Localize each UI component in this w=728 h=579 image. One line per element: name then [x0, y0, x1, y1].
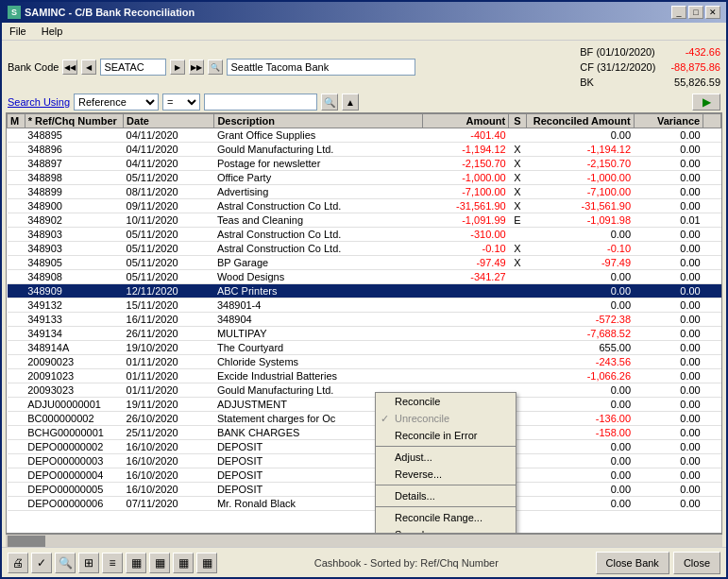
cell-m — [8, 128, 25, 143]
search-go-button[interactable]: 🔍 — [321, 94, 338, 111]
table-row[interactable]: 348899 08/11/2020 Advertising -7,100.00 … — [8, 185, 721, 199]
cell-var: 0.00 — [634, 398, 703, 412]
operator-select[interactable]: = — [162, 94, 200, 111]
cell-date: 08/11/2020 — [124, 185, 214, 199]
table-row[interactable]: 20093023 01/11/2020 Gould Manufacturing … — [8, 383, 721, 398]
rec-icon-btn[interactable]: ✓ — [31, 553, 52, 573]
close-button[interactable]: Close — [673, 552, 720, 574]
search-icon-btn[interactable]: 🔍 — [55, 553, 76, 573]
cell-m — [8, 426, 25, 440]
table-row[interactable]: 348909 12/11/2020 ABC Printers 0.00 0.00 — [8, 284, 721, 298]
table-row[interactable]: 349133 16/11/2020 348904 -572.38 0.00 — [8, 313, 721, 327]
cell-var: 0.00 — [634, 157, 703, 171]
context-menu-item-details---[interactable]: Details... — [376, 487, 516, 504]
grid3-icon-btn[interactable]: ▦ — [173, 553, 194, 573]
table-row[interactable]: 348900 09/11/2020 Astral Construction Co… — [8, 199, 721, 213]
play-button[interactable]: ▶ — [692, 94, 720, 111]
nav-last-button[interactable]: ▶▶ — [189, 60, 204, 75]
grid2-icon-btn[interactable]: ▦ — [149, 553, 170, 573]
col-header-rec[interactable]: Reconciled Amount — [526, 114, 634, 128]
cell-ref: 349134 — [25, 327, 123, 341]
context-menu-item-reconcile[interactable]: Reconcile — [376, 393, 516, 410]
cell-amount: -401.40 — [423, 128, 509, 143]
cell-rec: 0.00 — [526, 468, 634, 483]
table-row[interactable]: 348914A 19/10/2020 The Courtyard 655.00 … — [8, 341, 721, 355]
cell-ref: 348903 — [25, 228, 123, 242]
cell-ref: BC000000002 — [25, 412, 123, 426]
context-menu-item-reconcile-in-error[interactable]: Reconcile in Error — [376, 427, 516, 444]
table-row[interactable]: BCHG00000001 25/11/2020 BANK CHARGES -15… — [8, 426, 721, 440]
cell-extra — [703, 213, 721, 228]
table-row[interactable]: 348896 04/11/2020 Gould Manufacturing Lt… — [8, 143, 721, 157]
table-row[interactable]: DEPO00000003 16/10/2020 DEPOSIT 520.00 0… — [8, 454, 721, 468]
cell-extra — [703, 369, 721, 383]
table-row[interactable]: 348898 05/11/2020 Office Party -1,000.00… — [8, 171, 721, 185]
table-row[interactable]: 20090023 01/11/2020 Chloride Systems -24… — [8, 355, 721, 369]
table-wrapper[interactable]: M * Ref/Chq Number Date Description Amou… — [7, 113, 721, 533]
grid1-icon-btn[interactable]: ▦ — [126, 553, 146, 573]
grid4-icon-btn[interactable]: ▦ — [196, 553, 217, 573]
col-header-desc[interactable]: Description — [214, 114, 423, 128]
cell-m — [8, 440, 25, 454]
nav-next-button[interactable]: ▶ — [170, 60, 185, 75]
table-row[interactable]: 348905 05/11/2020 BP Garage -97.49 X -97… — [8, 256, 721, 270]
context-menu-item-reconcile-range---[interactable]: Reconcile Range... — [376, 509, 516, 526]
cell-s — [509, 228, 527, 242]
table-row[interactable]: 348903 05/11/2020 Astral Construction Co… — [8, 228, 721, 242]
cell-rec: 0.00 — [526, 383, 634, 398]
table-row[interactable]: 348895 04/11/2020 Grant Office Supplies … — [8, 128, 721, 143]
table-row[interactable]: 348908 05/11/2020 Wood Designs -341.27 0… — [8, 270, 721, 284]
cell-s: X — [509, 256, 527, 270]
search-field-select[interactable]: Reference — [74, 94, 159, 111]
table-row[interactable]: 348902 10/11/2020 Teas and Cleaning -1,0… — [8, 213, 721, 228]
nav-search-button[interactable]: 🔍 — [208, 60, 223, 75]
search-clear-button[interactable]: ▲ — [342, 94, 359, 111]
table-row[interactable]: 348897 04/11/2020 Postage for newsletter… — [8, 157, 721, 171]
search-value-input[interactable] — [204, 94, 317, 111]
cell-desc: Office Party — [214, 171, 423, 185]
table-row[interactable]: 349132 15/11/2020 348901-4 0.00 0.00 — [8, 298, 721, 313]
cell-s: E — [509, 213, 527, 228]
nav-prev-button[interactable]: ◀ — [81, 60, 96, 75]
cell-date: 19/10/2020 — [124, 341, 214, 355]
cell-ref: 20090023 — [25, 355, 123, 369]
menu-help[interactable]: Help — [38, 25, 67, 38]
maximize-button[interactable]: □ — [688, 6, 703, 19]
col-header-var[interactable]: Variance — [634, 114, 703, 128]
cell-rec: 0.00 — [526, 497, 634, 511]
horizontal-scrollbar[interactable] — [6, 534, 722, 547]
cell-rec: 0.00 — [526, 128, 634, 143]
filter-icon-btn[interactable]: ⊞ — [78, 553, 99, 573]
cell-ref: DEPO00000002 — [25, 440, 123, 454]
col-header-amount[interactable]: Amount — [423, 114, 509, 128]
context-menu-item-adjust---[interactable]: Adjust... — [376, 449, 516, 466]
col-header-ref[interactable]: * Ref/Chq Number — [25, 114, 123, 128]
cell-date: 25/11/2020 — [124, 426, 214, 440]
table-row[interactable]: ADJU00000001 19/11/2020 ADJUSTMENT 0.00 … — [8, 398, 721, 412]
table-row[interactable]: DEPO00000002 16/10/2020 DEPOSIT 0.00 0.0… — [8, 440, 721, 454]
table-row[interactable]: 349134 26/11/2020 MULTIPAY -7,688.52 0.0… — [8, 327, 721, 341]
bank-code-input[interactable] — [100, 59, 166, 76]
scroll-thumb[interactable] — [8, 536, 45, 547]
col-header-date[interactable]: Date — [124, 114, 214, 128]
table-row[interactable]: DEPO00000004 16/10/2020 DEPOSIT 0.00 0.0… — [8, 468, 721, 483]
context-menu-item-unreconcile: ✓Unreconcile — [376, 410, 516, 427]
columns-icon-btn[interactable]: ≡ — [102, 553, 123, 573]
nav-first-button[interactable]: ◀◀ — [62, 60, 77, 75]
table-row[interactable]: 20091023 01/11/2020 Excide Industrial Ba… — [8, 369, 721, 383]
table-row[interactable]: 348903 05/11/2020 Astral Construction Co… — [8, 242, 721, 256]
table-row[interactable]: DEPO00000005 16/10/2020 DEPOSIT 0.00 0.0… — [8, 483, 721, 497]
context-menu-item-reverse---[interactable]: Reverse... — [376, 466, 516, 483]
cell-extra — [703, 298, 721, 313]
cell-desc: Astral Construction Co Ltd. — [214, 242, 423, 256]
table-row[interactable]: BC000000002 26/10/2020 Statement charges… — [8, 412, 721, 426]
print-icon-btn[interactable]: 🖨 — [8, 553, 28, 573]
menu-file[interactable]: File — [6, 25, 30, 38]
context-menu-item-search---[interactable]: Search... — [376, 526, 516, 534]
bank-name-input[interactable] — [227, 59, 415, 76]
close-window-button[interactable]: ✕ — [705, 6, 720, 19]
minimize-button[interactable]: _ — [671, 6, 686, 19]
table-row[interactable]: DEPO00000006 07/11/2020 Mr. Ronald Black… — [8, 497, 721, 511]
close-bank-button[interactable]: Close Bank — [596, 552, 669, 574]
search-using-label[interactable]: Search Using — [8, 96, 70, 108]
